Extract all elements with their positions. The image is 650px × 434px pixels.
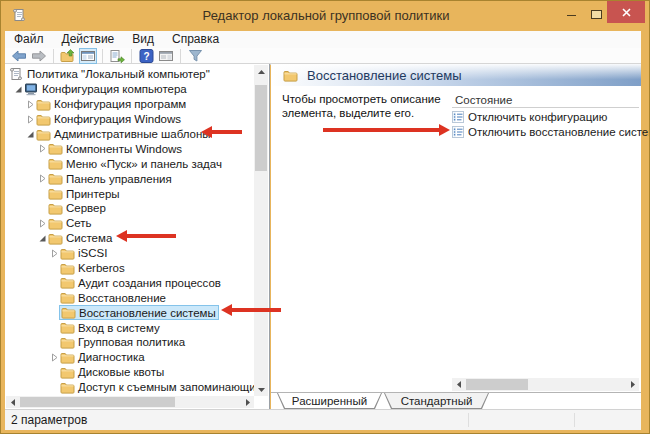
expander-collapsed-icon[interactable] [26, 100, 36, 109]
tree-indent [5, 387, 50, 388]
tree-item-label: Групповая политика [78, 336, 185, 348]
tree-item[interactable]: Конфигурация программ [5, 97, 254, 112]
expander-placeholder [38, 189, 48, 198]
expander-expanded-icon[interactable] [38, 234, 48, 243]
tree-item-label: Дисковые квоты [78, 366, 164, 378]
tree-item[interactable]: Диагностика [5, 350, 254, 365]
folder-icon [48, 142, 63, 155]
tab-standard[interactable]: Стандартный [384, 393, 489, 409]
close-button[interactable] [607, 1, 645, 23]
expander-placeholder [50, 368, 60, 377]
menu-item[interactable]: Действие [53, 31, 124, 48]
minimize-button[interactable] [565, 13, 579, 21]
tree-indent [5, 104, 26, 105]
tree-indent [5, 148, 38, 149]
tree-indent [5, 253, 50, 254]
tree-item-label: Конфигурация Windows [54, 113, 181, 125]
tree-item[interactable]: Kerberos [5, 261, 254, 276]
scroll-right-icon[interactable] [241, 396, 254, 408]
tree-item[interactable]: Административные шаблоны [5, 127, 254, 142]
expander-collapsed-icon[interactable] [38, 219, 48, 228]
policy-item[interactable]: Отключить восстановление системы [452, 125, 639, 140]
tree-vertical-scrollbar[interactable] [254, 65, 268, 396]
selection-hint-text: Чтобы просмотреть описание элемента, выд… [282, 92, 442, 120]
tree-item-label: Вход в систему [78, 322, 160, 334]
toolbar: ? [5, 48, 641, 64]
tree-indent [5, 372, 50, 373]
menu-bar: ФайлДействиеВидСправка [5, 31, 641, 49]
tree-item-label: iSCSI [78, 247, 107, 259]
folder-icon [36, 128, 51, 141]
tree-indent [5, 282, 50, 283]
tree-item-label: Kerberos [78, 262, 125, 274]
tree-item[interactable]: Восстановление [5, 290, 254, 305]
menu-item[interactable]: Вид [123, 31, 163, 48]
tree-item-label: Конфигурация компьютера [42, 83, 187, 95]
expander-collapsed-icon[interactable] [38, 144, 48, 153]
help-icon[interactable]: ? [137, 48, 155, 64]
tree-indent [5, 312, 50, 313]
tree-item[interactable]: Компоненты Windows [5, 141, 254, 156]
expander-expanded-icon[interactable] [26, 130, 36, 139]
scroll-left-icon[interactable] [452, 378, 465, 391]
column-header-state[interactable]: Состояние [455, 94, 512, 106]
tree-item[interactable]: Принтеры [5, 186, 254, 201]
folder-icon [60, 321, 75, 334]
tree-item[interactable]: Групповая политика [5, 335, 254, 350]
scrollbar-thumb[interactable] [255, 85, 267, 171]
tree-item[interactable]: Панель управления [5, 171, 254, 186]
tree-item-label: Компоненты Windows [66, 143, 182, 155]
title-bar: Редактор локальной групповой политики [1, 1, 650, 31]
show-hide-action-pane-icon[interactable] [157, 48, 175, 64]
scrollbar-thumb[interactable] [20, 397, 175, 407]
tree-indent [5, 134, 26, 135]
tree-item[interactable]: Политика "Локальный компьютер" [5, 67, 254, 82]
folder-icon [48, 187, 63, 200]
tree-item[interactable]: Сеть [5, 216, 254, 231]
tree-indent [5, 238, 38, 239]
tree-indent [5, 327, 50, 328]
back-icon[interactable] [10, 48, 28, 64]
forward-icon[interactable] [30, 48, 48, 64]
filter-icon[interactable] [186, 48, 204, 64]
scroll-up-icon[interactable] [254, 65, 268, 78]
expander-placeholder [50, 323, 60, 332]
tree-item[interactable]: Меню «Пуск» и панель задач [5, 156, 254, 171]
menu-item[interactable]: Файл [5, 31, 53, 48]
expander-collapsed-icon[interactable] [50, 353, 60, 362]
expander-collapsed-icon[interactable] [50, 249, 60, 258]
tree-item[interactable]: Аудит создания процессов [5, 275, 254, 290]
tab-extended[interactable]: Расширенный [277, 393, 382, 409]
tree-item[interactable]: Конфигурация Windows [5, 112, 254, 127]
tree-item[interactable]: Вход в систему [5, 320, 254, 335]
folder-icon [61, 306, 76, 319]
up-one-level-icon[interactable] [59, 48, 77, 64]
show-hide-console-tree-icon[interactable] [79, 48, 97, 64]
scroll-left-icon[interactable] [6, 396, 19, 408]
maximize-button[interactable] [589, 9, 603, 21]
toolbar-separator [180, 49, 181, 63]
selected-tree-item[interactable]: Восстановление системы [59, 305, 219, 320]
tree-item[interactable]: Восстановление системы [5, 305, 254, 320]
tree-item-label: Восстановление [78, 292, 166, 304]
expander-expanded-icon[interactable] [14, 85, 24, 94]
tree-item[interactable]: Дисковые квоты [5, 365, 254, 380]
red-annotation-arrow [323, 128, 449, 132]
policy-item[interactable]: Отключить конфигурацию [452, 110, 639, 125]
tree-item[interactable]: Сервер [5, 201, 254, 216]
tree-item-label: Сервер [66, 202, 106, 214]
scrollbar-thumb[interactable] [466, 379, 528, 390]
scroll-down-icon[interactable] [254, 383, 268, 396]
expander-collapsed-icon[interactable] [38, 174, 48, 183]
tree-item[interactable]: iSCSI [5, 246, 254, 261]
expander-collapsed-icon[interactable] [26, 115, 36, 124]
scroll-right-icon[interactable] [626, 378, 639, 391]
menu-item[interactable]: Справка [163, 31, 228, 48]
tree-item[interactable]: Конфигурация компьютера [5, 82, 254, 97]
tree-horizontal-scrollbar[interactable] [6, 396, 254, 408]
export-list-icon[interactable] [108, 48, 126, 64]
folder-icon [60, 351, 75, 364]
tree-item[interactable]: Доступ к съемным запоминающим у [5, 380, 254, 395]
list-horizontal-scrollbar[interactable] [452, 378, 639, 391]
status-bar: 2 параметров [5, 409, 641, 430]
